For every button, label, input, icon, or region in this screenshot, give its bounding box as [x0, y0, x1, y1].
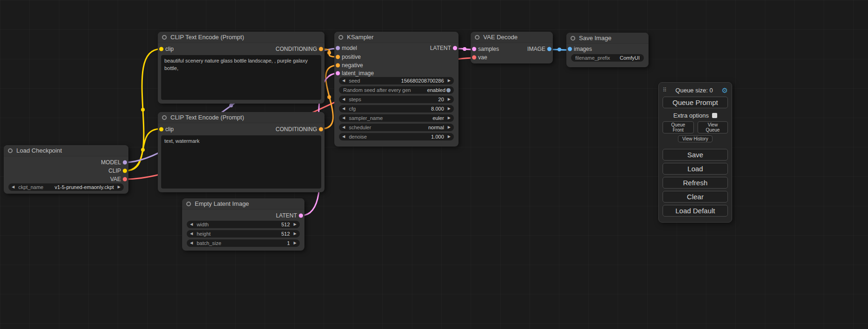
increment-arrow-icon[interactable]: ▶	[294, 241, 296, 245]
conditioning-slot-dot[interactable]	[319, 127, 323, 132]
decrement-arrow-icon[interactable]: ◀	[342, 79, 345, 83]
slot-label: CLIP	[108, 168, 121, 174]
prompt-textarea[interactable]: text, watermark	[161, 135, 321, 189]
widget-height[interactable]: ◀ height 512 ▶	[187, 230, 300, 238]
node-title-bar[interactable]: KSampler	[334, 32, 459, 43]
widget-batch-size[interactable]: ◀ batch_size 1 ▶	[187, 239, 300, 247]
decrement-arrow-icon[interactable]: ◀	[342, 107, 345, 111]
collapse-icon[interactable]	[162, 35, 167, 40]
node-clip-text-encode-negative[interactable]: CLIP Text Encode (Prompt) clip CONDITION…	[158, 112, 325, 192]
decrement-arrow-icon[interactable]: ◀	[190, 232, 193, 236]
widget-random-seed-toggle[interactable]: Random seed after every gen enabled	[339, 86, 454, 94]
queue-prompt-button[interactable]: Queue Prompt	[663, 97, 728, 108]
load-default-button[interactable]: Load Default	[663, 205, 728, 217]
vae-slot-dot[interactable]	[123, 177, 127, 182]
view-queue-button[interactable]: View Queue	[698, 121, 728, 133]
latent-slot-dot[interactable]	[453, 46, 457, 50]
decrement-arrow-icon[interactable]: ◀	[342, 98, 345, 101]
increment-arrow-icon[interactable]: ▶	[118, 185, 120, 189]
latent-slot-dot[interactable]	[472, 47, 476, 51]
conditioning-slot-dot[interactable]	[336, 63, 340, 68]
node-load-checkpoint[interactable]: Load Checkpoint MODEL CLIP VAE ◀ ckpt_na…	[4, 145, 128, 194]
output-slot-latent: LATENT	[430, 44, 459, 52]
decrement-arrow-icon[interactable]: ◀	[342, 126, 345, 129]
output-slot-latent: LATENT	[276, 211, 304, 220]
extra-options-checkbox[interactable]	[712, 113, 717, 118]
link-midpoint-dot	[141, 108, 145, 112]
drag-handle-icon[interactable]: ⠿	[663, 87, 667, 93]
decrement-arrow-icon[interactable]: ◀	[190, 223, 193, 226]
increment-arrow-icon[interactable]: ▶	[294, 223, 296, 226]
model-slot-dot[interactable]	[336, 46, 340, 50]
widget-filename-prefix[interactable]: filename_prefix ComfyUI	[571, 54, 644, 62]
node-graph-canvas[interactable]: Load Checkpoint MODEL CLIP VAE ◀ ckpt_na…	[0, 0, 868, 329]
collapse-icon[interactable]	[571, 36, 575, 41]
widget-label: sampler_name	[349, 115, 432, 121]
latent-slot-dot[interactable]	[299, 214, 303, 218]
slot-label: clip	[165, 46, 174, 52]
load-button[interactable]: Load	[663, 163, 728, 175]
widget-cfg[interactable]: ◀ cfg 8.000 ▶	[339, 105, 454, 112]
conditioning-slot-dot[interactable]	[319, 47, 323, 51]
increment-arrow-icon[interactable]: ▶	[448, 79, 451, 83]
widget-seed[interactable]: ◀ seed 156680208700286 ▶	[339, 77, 454, 84]
clear-button[interactable]: Clear	[663, 191, 728, 203]
widget-value: 512	[281, 231, 289, 237]
output-slot-image: IMAGE	[527, 45, 553, 53]
decrement-arrow-icon[interactable]: ◀	[190, 241, 193, 245]
node-vae-decode[interactable]: VAE Decode samples vae IMAGE	[471, 32, 553, 63]
widget-ckpt-name[interactable]: ◀ ckpt_name v1-5-pruned-emaonly.ckpt ▶	[8, 183, 124, 191]
decrement-arrow-icon[interactable]: ◀	[342, 116, 345, 120]
node-save-image[interactable]: Save Image images filename_prefix ComfyU…	[566, 33, 649, 67]
widget-label: filename_prefix	[575, 55, 620, 61]
node-title-bar[interactable]: Empty Latent Image	[182, 198, 304, 210]
refresh-button[interactable]: Refresh	[663, 177, 728, 189]
node-ksampler[interactable]: KSampler model positive negative latent_…	[334, 32, 459, 147]
node-title-bar[interactable]: Save Image	[566, 33, 649, 44]
collapse-icon[interactable]	[8, 148, 13, 153]
latent-slot-dot[interactable]	[336, 71, 340, 76]
node-title-bar[interactable]: CLIP Text Encode (Prompt)	[158, 112, 325, 123]
link-midpoint-dot	[141, 148, 145, 152]
output-slot-vae: VAE	[110, 175, 128, 183]
settings-gear-icon[interactable]: ⚙	[722, 87, 728, 94]
collapse-icon[interactable]	[186, 202, 191, 206]
widget-steps[interactable]: ◀ steps 20 ▶	[339, 96, 454, 103]
widget-scheduler[interactable]: ◀ scheduler normal ▶	[339, 124, 454, 131]
widget-sampler-name[interactable]: ◀ sampler_name euler ▶	[339, 114, 454, 122]
save-button[interactable]: Save	[663, 149, 728, 161]
clip-slot-dot[interactable]	[159, 127, 163, 132]
link-midpoint-dot	[557, 48, 561, 51]
image-slot-dot[interactable]	[568, 47, 572, 51]
model-slot-dot[interactable]	[123, 161, 127, 165]
input-slot-negative: negative	[334, 61, 363, 70]
queue-front-button[interactable]: Queue Front	[663, 121, 694, 133]
increment-arrow-icon[interactable]: ▶	[448, 116, 451, 120]
increment-arrow-icon[interactable]: ▶	[294, 232, 296, 236]
image-slot-dot[interactable]	[547, 47, 551, 51]
node-title-bar[interactable]: VAE Decode	[471, 32, 553, 43]
increment-arrow-icon[interactable]: ▶	[448, 126, 451, 129]
node-title-bar[interactable]: CLIP Text Encode (Prompt)	[158, 32, 325, 43]
view-history-button[interactable]: View History	[678, 135, 712, 142]
vae-slot-dot[interactable]	[472, 56, 476, 60]
increment-arrow-icon[interactable]: ▶	[448, 107, 451, 111]
collapse-icon[interactable]	[162, 115, 167, 120]
conditioning-slot-dot[interactable]	[336, 55, 340, 59]
collapse-icon[interactable]	[339, 35, 343, 40]
widget-width[interactable]: ◀ width 512 ▶	[187, 221, 300, 228]
node-empty-latent-image[interactable]: Empty Latent Image LATENT ◀ width 512 ▶ …	[182, 198, 304, 251]
clip-slot-dot[interactable]	[123, 169, 127, 173]
toggle-indicator-icon[interactable]	[446, 88, 451, 92]
node-clip-text-encode-positive[interactable]: CLIP Text Encode (Prompt) clip CONDITION…	[158, 32, 325, 104]
decrement-arrow-icon[interactable]: ◀	[12, 185, 14, 189]
prompt-textarea[interactable]: beautiful scenery nature glass bottle la…	[161, 55, 321, 100]
increment-arrow-icon[interactable]: ▶	[448, 135, 451, 139]
node-title: KSampler	[347, 34, 374, 41]
decrement-arrow-icon[interactable]: ◀	[342, 135, 345, 139]
node-title-bar[interactable]: Load Checkpoint	[4, 145, 128, 156]
widget-denoise[interactable]: ◀ denoise 1.000 ▶	[339, 133, 454, 140]
collapse-icon[interactable]	[475, 35, 480, 40]
increment-arrow-icon[interactable]: ▶	[448, 98, 451, 101]
clip-slot-dot[interactable]	[159, 47, 163, 51]
